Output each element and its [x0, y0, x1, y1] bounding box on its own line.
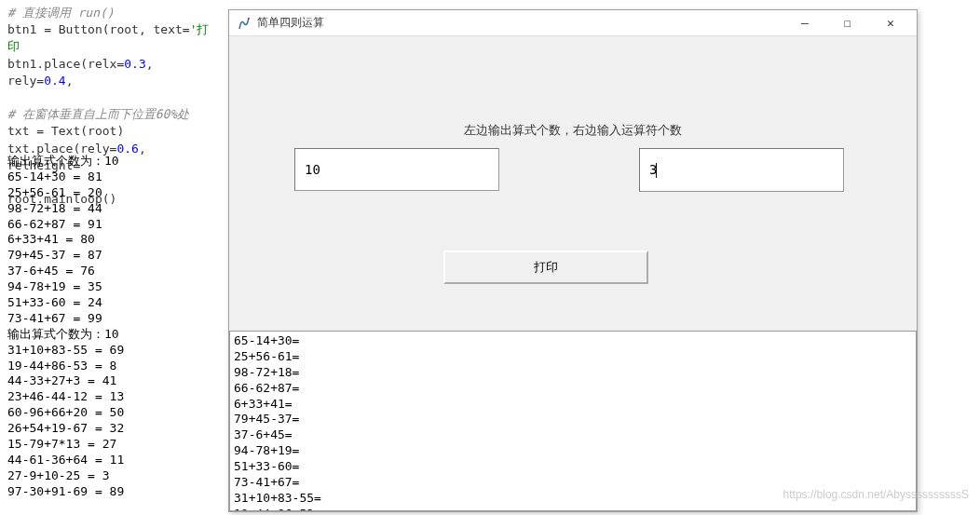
result-textarea[interactable]: 65-14+30= 25+56-61= 98-72+18= 66-62+87= … — [229, 331, 917, 511]
maximize-button[interactable]: ☐ — [835, 14, 861, 33]
minimize-button[interactable]: — — [792, 14, 818, 33]
expression-count-input[interactable] — [294, 148, 499, 191]
window-title: 简单四则运算 — [257, 15, 792, 31]
window-body: 左边输出算式个数，右边输入运算符个数 3 打印 65-14+30= 25+56-… — [229, 36, 917, 511]
code-comment: # 在窗体垂直自上而下位置60%处 — [7, 107, 189, 121]
code-line: txt = Text(root) — [7, 123, 221, 140]
code-line: btn1.place(relx=0.3, rely=0.4, — [7, 56, 221, 89]
window-controls: — ☐ ✕ — [792, 14, 904, 33]
titlebar[interactable]: 简单四则运算 — ☐ ✕ — [229, 10, 917, 36]
close-button[interactable]: ✕ — [878, 14, 904, 33]
code-line: btn1 = Button(root, text='打印 — [7, 21, 221, 55]
print-button-label: 打印 — [534, 259, 558, 276]
code-comment: # 直接调用 run() — [7, 6, 115, 20]
app-icon — [237, 16, 252, 31]
app-window: 简单四则运算 — ☐ ✕ 左边输出算式个数，右边输入运算符个数 3 打印 65-… — [228, 9, 918, 512]
instruction-label: 左边输出算式个数，右边输入运算符个数 — [229, 122, 917, 139]
text-cursor — [656, 163, 657, 178]
print-button[interactable]: 打印 — [443, 251, 648, 284]
watermark: https://blog.csdn.net/AbyssssssssssS — [783, 488, 969, 501]
operator-count-input[interactable]: 3 — [639, 148, 844, 192]
console-output: 输出算式个数为：10 65-14+30 = 81 25+56-61 = 20 9… — [0, 154, 228, 500]
